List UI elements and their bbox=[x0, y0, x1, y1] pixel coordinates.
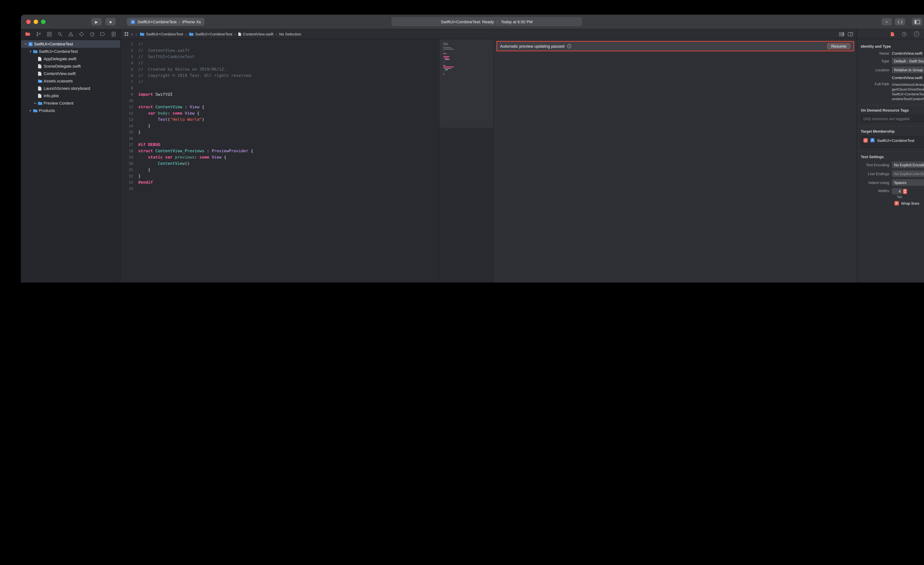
code-line bbox=[138, 135, 439, 141]
disclosure-triangle-icon[interactable]: ▾ bbox=[23, 42, 28, 46]
breadcrumb-item[interactable]: No Selection bbox=[279, 32, 301, 36]
file-icon bbox=[38, 93, 44, 98]
tree-item-label: ContentView.swift bbox=[44, 71, 76, 76]
target-name: SwiftUI+CombineTest bbox=[877, 138, 914, 142]
name-label: Name bbox=[861, 51, 892, 55]
line-number: 15 bbox=[120, 129, 133, 135]
line-number: 19 bbox=[120, 154, 133, 160]
code-line: // ContentView.swift bbox=[138, 47, 439, 54]
breadcrumb: SwiftUI+CombineTest›SwiftUI+CombineTest›… bbox=[140, 32, 301, 36]
symbol-navigator-tab[interactable] bbox=[46, 31, 52, 37]
breakpoint-navigator-tab[interactable] bbox=[100, 31, 106, 37]
full-path-value: /Users/shirou/Library/CloudStorage/iClou… bbox=[892, 82, 924, 101]
breadcrumb-item[interactable]: SwiftUI+CombineTest bbox=[189, 32, 232, 36]
tree-item[interactable]: ▸Preview Content bbox=[21, 99, 120, 107]
code-area[interactable]: //// ContentView.swift// SwiftUI+Combine… bbox=[135, 39, 439, 283]
forward-button[interactable]: › bbox=[135, 31, 137, 36]
target-row: ✓ SwiftUI+CombineTest bbox=[863, 138, 924, 142]
tree-item[interactable]: ContentView.swift bbox=[21, 70, 120, 77]
code-review-button[interactable] bbox=[895, 18, 905, 25]
scheme-name: SwiftUI+CombineTest bbox=[138, 19, 177, 24]
minimap[interactable] bbox=[439, 39, 494, 283]
disclosure-triangle-icon[interactable]: ▸ bbox=[28, 109, 33, 112]
location-label: Location bbox=[861, 68, 892, 72]
tree-item[interactable]: AppDelegate.swift bbox=[21, 55, 120, 63]
type-popup[interactable]: Default - Swift Source bbox=[892, 58, 924, 64]
line-number: 24 bbox=[120, 186, 133, 192]
quick-help-inspector-tab[interactable]: ? bbox=[914, 31, 919, 37]
traffic-lights bbox=[26, 19, 48, 24]
breadcrumb-item[interactable]: ContentView.swift bbox=[238, 32, 273, 36]
minimize-window-button[interactable] bbox=[34, 19, 38, 24]
text-encoding-popup[interactable]: No Explicit Encoding bbox=[892, 162, 924, 168]
code-line: } bbox=[138, 123, 439, 129]
disclosure-triangle-icon[interactable]: ▾ bbox=[28, 49, 33, 53]
line-endings-popup[interactable]: No Explicit Line Endings bbox=[892, 170, 924, 177]
source-control-navigator-tab[interactable] bbox=[36, 31, 41, 37]
run-controls: ▶ ■ bbox=[91, 18, 116, 25]
wrap-lines-label: Wrap lines bbox=[901, 201, 920, 205]
indent-using-popup[interactable]: Spaces bbox=[892, 179, 924, 186]
tree-item-label: SwiftUI+CombineTest bbox=[34, 42, 73, 46]
app-icon bbox=[130, 19, 135, 24]
target-checkbox[interactable]: ✓ bbox=[863, 138, 868, 142]
source-editor[interactable]: 123456789101112131415161718192021222324 … bbox=[120, 39, 439, 283]
tree-item[interactable]: SceneDelegate.swift bbox=[21, 63, 120, 70]
line-number: 23 bbox=[120, 179, 133, 186]
test-navigator-tab[interactable] bbox=[78, 31, 84, 37]
line-endings-label: Line Endings bbox=[861, 172, 892, 176]
tree-item[interactable]: ▾SwiftUI+CombineTest bbox=[21, 48, 120, 55]
resource-tags-field[interactable]: Only resources are taggable bbox=[861, 115, 924, 122]
code-line: } bbox=[138, 167, 439, 173]
project-icon bbox=[28, 42, 34, 46]
file-name-field[interactable]: ContentView.swift bbox=[892, 51, 922, 55]
group-icon bbox=[38, 101, 44, 105]
add-editor-icon[interactable] bbox=[848, 32, 853, 36]
desktop: ▶ ■ SwiftUI+CombineTest › iPhone Xs Swif… bbox=[0, 0, 924, 283]
resume-button[interactable]: Resume bbox=[827, 43, 850, 49]
project-navigator-tab[interactable] bbox=[25, 31, 31, 37]
tree-item[interactable]: Assets.xcassets bbox=[21, 77, 120, 85]
debug-navigator-tab[interactable] bbox=[89, 31, 95, 37]
navigator-toggle-button[interactable] bbox=[912, 18, 922, 25]
back-button[interactable]: ‹ bbox=[131, 31, 133, 36]
stepper-icon[interactable] bbox=[903, 189, 907, 194]
swift-file-icon bbox=[238, 32, 242, 36]
text-settings-header: Text Settings bbox=[861, 155, 924, 159]
find-navigator-tab[interactable] bbox=[57, 31, 63, 37]
status-time: Today at 6:50 PM bbox=[501, 19, 532, 24]
status-text: SwiftUI+CombineTest: Ready bbox=[441, 19, 494, 24]
tab-width-field[interactable]: 4 bbox=[892, 188, 902, 194]
library-button[interactable]: + bbox=[882, 18, 892, 25]
assets-icon bbox=[38, 79, 44, 83]
breadcrumb-item[interactable]: SwiftUI+CombineTest bbox=[140, 32, 183, 36]
location-popup[interactable]: Relative to Group bbox=[892, 66, 924, 73]
related-items-icon[interactable] bbox=[124, 32, 129, 36]
tree-item[interactable]: ▾SwiftUI+CombineTest bbox=[21, 40, 120, 48]
report-navigator-tab[interactable] bbox=[111, 31, 116, 37]
stop-button[interactable]: ■ bbox=[105, 18, 116, 25]
editor-options-icon[interactable] bbox=[839, 32, 844, 36]
file-icon bbox=[38, 71, 44, 76]
run-button[interactable]: ▶ bbox=[91, 18, 102, 25]
scheme-selector[interactable]: SwiftUI+CombineTest › iPhone Xs bbox=[127, 18, 205, 26]
close-window-button[interactable] bbox=[26, 19, 31, 24]
toolbar-right-controls: + bbox=[882, 18, 924, 25]
tree-item[interactable]: ▸Products bbox=[21, 107, 120, 114]
history-inspector-tab[interactable] bbox=[902, 31, 907, 36]
tree-item[interactable]: LaunchScreen.storyboard bbox=[21, 85, 120, 92]
target-membership-header: Target Membership bbox=[861, 129, 924, 133]
disclosure-triangle-icon[interactable]: ▸ bbox=[33, 101, 38, 105]
preview-canvas[interactable]: Automatic preview updating paused Resume… bbox=[494, 39, 857, 283]
line-number: 6 bbox=[120, 72, 133, 79]
tree-item[interactable]: Info.plist bbox=[21, 92, 120, 99]
zoom-window-button[interactable] bbox=[41, 19, 45, 24]
tree-item-label: AppDelegate.swift bbox=[44, 57, 76, 61]
info-icon[interactable] bbox=[567, 44, 572, 48]
issue-navigator-tab[interactable] bbox=[68, 31, 74, 37]
wrap-lines-checkbox[interactable]: ✓ bbox=[894, 201, 899, 205]
file-inspector-tab[interactable] bbox=[890, 31, 894, 36]
line-number: 2 bbox=[120, 47, 133, 54]
file-icon bbox=[38, 86, 44, 91]
resource-tags-placeholder: Only resources are taggable bbox=[863, 117, 910, 121]
